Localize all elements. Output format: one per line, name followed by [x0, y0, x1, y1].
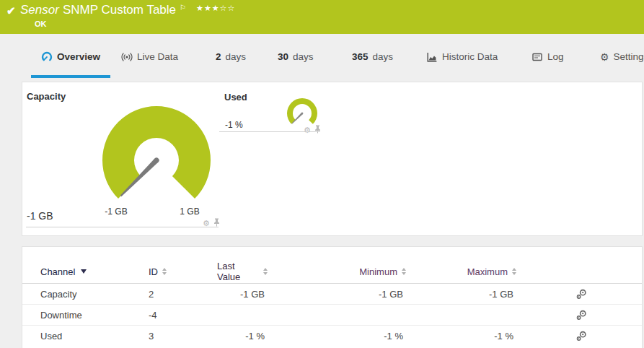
tab-365-days-number: 365: [352, 51, 369, 62]
cell-minimum: -1 %: [384, 331, 406, 342]
cell-last-value: -1 GB: [240, 289, 268, 300]
tab-log[interactable]: Log: [521, 34, 574, 79]
gauge-settings-gear-icon[interactable]: ⚙: [203, 219, 210, 227]
cell-id: -4: [149, 310, 217, 321]
column-header-channel-label: Channel: [40, 266, 75, 277]
column-header-minimum[interactable]: Minimum: [359, 266, 406, 277]
tab-overview-label: Overview: [57, 51, 100, 62]
cell-id: 3: [149, 331, 217, 342]
tab-2-days-unit: days: [226, 51, 247, 62]
table-row-used: Used 3 -1 % -1 % -1 %: [22, 326, 642, 346]
cell-channel[interactable]: Used: [40, 331, 149, 342]
tab-bar: Overview Live Data 2 days 30 days 365 da…: [0, 34, 644, 79]
cell-channel[interactable]: Capacity: [40, 289, 149, 300]
priority-flag-icon[interactable]: ⚐: [180, 4, 186, 12]
cell-minimum: -1 GB: [379, 289, 406, 300]
cell-channel[interactable]: Downtime: [40, 310, 149, 321]
used-gauge-tools: ⚙: [304, 123, 322, 136]
log-screen-icon: [531, 51, 543, 63]
column-header-maximum[interactable]: Maximum: [467, 266, 516, 277]
edit-channel-gears-icon[interactable]: [575, 310, 587, 321]
tab-365-days-unit: days: [373, 51, 394, 62]
tab-30-days-number: 30: [278, 51, 288, 62]
gauge-icon: [41, 51, 53, 63]
area-chart-icon: [426, 51, 438, 63]
column-header-minimum-label: Minimum: [359, 266, 397, 277]
tab-settings-label: Settings: [614, 51, 644, 62]
channel-table-panel: Channel ID Last Value Minimum Maximum Ca…: [22, 246, 643, 348]
pin-icon[interactable]: [213, 217, 221, 230]
column-header-maximum-label: Maximum: [467, 266, 508, 277]
page-title: SNMP Custom Table: [63, 3, 176, 17]
capacity-scale-max: 1 GB: [164, 206, 215, 217]
priority-stars[interactable]: ★★★☆☆: [196, 4, 235, 13]
sensor-title-prefix: Sensor: [20, 3, 59, 17]
tab-2-days-number: 2: [216, 51, 221, 62]
tab-live-data[interactable]: Live Data: [111, 34, 188, 79]
used-gauge-title: Used: [224, 92, 247, 103]
stars-filled[interactable]: ★★★: [196, 4, 220, 12]
gauge-settings-gear-icon[interactable]: ⚙: [304, 126, 311, 134]
gear-icon: ⚙: [600, 52, 609, 62]
cell-maximum: -1 GB: [489, 289, 516, 300]
edit-channel-gears-icon[interactable]: [575, 331, 587, 342]
stars-empty[interactable]: ☆☆: [220, 4, 236, 12]
tab-live-data-label: Live Data: [137, 51, 178, 62]
sort-icon: [512, 268, 516, 275]
channel-table-header: Channel ID Last Value Minimum Maximum: [22, 260, 642, 284]
capacity-gauge-title: Capacity: [27, 91, 66, 102]
sensor-title-row: Sensor SNMP Custom Table ⚐ ★★★☆☆: [20, 3, 235, 17]
capacity-divider: [26, 227, 219, 227]
tab-365-days[interactable]: 365 days: [342, 34, 403, 79]
capacity-gauge-arc: [102, 106, 211, 199]
capacity-gauge-tools: ⚙: [203, 217, 221, 230]
sort-icon: [402, 268, 406, 275]
tab-30-days-unit: days: [293, 51, 314, 62]
used-gauge-arc: [287, 98, 317, 124]
tab-2-days[interactable]: 2 days: [206, 34, 256, 79]
sort-desc-icon: [81, 269, 87, 274]
status-badge: OK: [35, 19, 47, 28]
cell-id: 2: [149, 289, 217, 300]
tab-30-days[interactable]: 30 days: [268, 34, 324, 79]
capacity-current-value: -1 GB: [27, 210, 53, 222]
edit-channel-gears-icon[interactable]: [575, 289, 587, 300]
sensor-status-header: ✔ Sensor SNMP Custom Table ⚐ ★★★☆☆ OK: [0, 0, 644, 34]
tab-log-label: Log: [547, 51, 564, 62]
cell-maximum: -1 %: [494, 331, 516, 342]
used-current-value: -1 %: [225, 120, 243, 130]
ok-check-icon: ✔: [6, 4, 16, 17]
used-divider: [219, 131, 320, 132]
column-header-channel[interactable]: Channel: [40, 266, 149, 277]
tab-settings[interactable]: ⚙ Settings: [590, 34, 644, 79]
table-row-capacity: Capacity 2 -1 GB -1 GB -1 GB: [22, 284, 642, 305]
column-header-last-value[interactable]: Last Value: [217, 261, 268, 282]
tab-overview[interactable]: Overview: [31, 34, 110, 79]
overview-panel: Capacity -1 GB -1 GB 1 GB ⚙ Used -1 % ⚙: [22, 82, 643, 236]
sort-icon: [162, 268, 167, 275]
pin-icon[interactable]: [314, 123, 322, 136]
table-row-downtime: Downtime -4: [22, 305, 642, 326]
column-header-id[interactable]: ID: [149, 266, 217, 277]
broadcast-icon: [121, 51, 133, 63]
sort-icon: [263, 268, 268, 275]
column-header-last-value-label: Last Value: [217, 261, 259, 282]
tab-historic-data[interactable]: Historic Data: [416, 34, 508, 79]
column-header-id-label: ID: [149, 266, 158, 277]
cell-last-value: -1 %: [245, 331, 268, 342]
capacity-scale-min: -1 GB: [91, 206, 141, 217]
tab-historic-data-label: Historic Data: [442, 51, 498, 62]
